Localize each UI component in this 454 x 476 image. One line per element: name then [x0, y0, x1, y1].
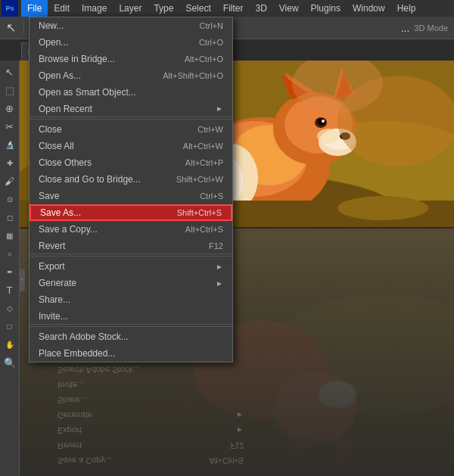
tool-lasso[interactable]: ⊕	[2, 100, 18, 117]
menu-revert-shortcut: F12	[209, 241, 223, 250]
menu-open[interactable]: Open... Ctrl+O	[30, 34, 232, 51]
menu-export-label: Export	[39, 261, 65, 272]
tool-pen[interactable]: ✒	[2, 263, 18, 280]
menu-filter[interactable]: Filter	[217, 0, 250, 17]
menu-generate-label: Generate	[39, 278, 76, 288]
tool-heal[interactable]: ✚	[2, 154, 18, 171]
tool-path[interactable]: ◇	[2, 300, 18, 316]
tool-move[interactable]: ↖	[2, 64, 18, 80]
tool-eyedropper[interactable]: 🔬	[2, 136, 18, 153]
menu-new[interactable]: New... Ctrl+N	[30, 17, 232, 34]
menu-share[interactable]: Share...	[30, 291, 232, 308]
menu-help[interactable]: Help	[391, 0, 422, 17]
toolbar-3d-mode: 3D Mode	[414, 23, 448, 33]
menu-close[interactable]: Close Ctrl+W	[30, 121, 232, 138]
menu-layer[interactable]: Layer	[113, 0, 148, 17]
menu-open-as[interactable]: Open As... Alt+Shift+Ctrl+O	[30, 67, 232, 84]
menu-open-recent-arrow: ►	[216, 104, 223, 113]
menu-window[interactable]: Window	[347, 0, 391, 17]
menu-open-label: Open...	[39, 37, 68, 48]
menu-open-shortcut: Ctrl+O	[199, 38, 223, 47]
menu-save-as-label: Save As...	[40, 207, 81, 218]
menu-export[interactable]: Export ►	[30, 258, 232, 275]
menu-browse-bridge-shortcut: Alt+Ctrl+O	[185, 54, 223, 64]
tool-hand[interactable]: ✋	[2, 336, 18, 353]
menu-browse-bridge-label: Browse in Bridge...	[39, 54, 115, 64]
menu-close-bridge-label: Close and Go to Bridge...	[39, 174, 141, 185]
menu-close-others-shortcut: Alt+Ctrl+P	[185, 158, 223, 167]
tool-gradient[interactable]: ▦	[2, 227, 18, 244]
menu-close-all-shortcut: Alt+Ctrl+W	[183, 142, 223, 151]
menu-save[interactable]: Save Ctrl+S	[30, 188, 232, 204]
menu-save-as[interactable]: Save As... Shift+Ctrl+S	[30, 204, 232, 221]
menu-plugins[interactable]: Plugins	[305, 0, 347, 17]
menu-save-copy-label: Save a Copy...	[39, 224, 98, 235]
menu-close-others-label: Close Others	[39, 157, 92, 168]
panel-collapse-handle[interactable]: ‹	[19, 269, 25, 291]
menu-share-label: Share...	[39, 294, 70, 305]
menu-generate[interactable]: Generate ►	[30, 275, 232, 291]
menu-new-label: New...	[39, 20, 64, 31]
menu-save-copy[interactable]: Save a Copy... Alt+Ctrl+S	[30, 221, 232, 238]
menu-save-label: Save	[39, 191, 59, 201]
tool-text[interactable]: T	[2, 282, 18, 298]
menu-revert[interactable]: Revert F12	[30, 238, 232, 254]
svg-point-22	[317, 129, 340, 144]
menu-3d[interactable]: 3D	[249, 0, 272, 17]
separator-3	[30, 326, 232, 327]
toolbar-icon-1[interactable]: ↖	[6, 20, 16, 35]
menu-edit[interactable]: Edit	[48, 0, 76, 17]
ps-logo: Ps	[2, 0, 18, 17]
file-dropdown-menu: New... Ctrl+N Open... Ctrl+O Browse in B…	[29, 17, 233, 362]
separator-2	[30, 256, 232, 257]
svg-point-20	[317, 118, 326, 126]
menu-close-all[interactable]: Close All Alt+Ctrl+W	[30, 138, 232, 154]
menu-save-shortcut: Ctrl+S	[200, 191, 223, 201]
svg-point-36	[319, 381, 356, 408]
toolbar-right: ... 3D Mode	[401, 22, 448, 34]
menu-place-embedded-label: Place Embedded...	[39, 348, 115, 359]
menu-close-all-label: Close All	[39, 141, 74, 151]
menu-adobe-stock[interactable]: Search Adobe Stock...	[30, 328, 232, 345]
tool-dodge[interactable]: ○	[2, 245, 18, 262]
menu-place-embedded[interactable]: Place Embedded...	[30, 345, 232, 362]
menu-close-label: Close	[39, 124, 62, 135]
menu-browse-bridge[interactable]: Browse in Bridge... Alt+Ctrl+O	[30, 51, 232, 67]
menu-invite-label: Invite...	[39, 311, 68, 322]
menu-file[interactable]: File	[21, 0, 48, 17]
menu-close-shortcut: Ctrl+W	[197, 125, 223, 134]
separator-1	[30, 119, 232, 120]
toolbar-separator-1	[23, 21, 24, 35]
tool-stamp[interactable]: ⊙	[2, 191, 18, 207]
menu-adobe-stock-label: Search Adobe Stock...	[39, 331, 129, 342]
tool-zoom[interactable]: 🔍	[2, 354, 18, 371]
menu-save-as-shortcut: Shift+Ctrl+S	[177, 208, 222, 217]
tools-panel: ↖ ⬚ ⊕ ✂ 🔬 ✚ 🖌 ⊙ ◻ ▦ ○ ✒ T ◇ □ ✋ 🔍 ‹	[0, 61, 20, 476]
tool-eraser[interactable]: ◻	[2, 209, 18, 226]
menu-view[interactable]: View	[273, 0, 305, 17]
menu-export-arrow: ►	[216, 263, 223, 271]
menu-new-shortcut: Ctrl+N	[200, 21, 223, 30]
tool-crop[interactable]: ✂	[2, 118, 18, 135]
menu-generate-arrow: ►	[216, 279, 223, 288]
svg-point-27	[337, 196, 428, 220]
menu-close-others[interactable]: Close Others Alt+Ctrl+P	[30, 154, 232, 171]
tool-select-rect[interactable]: ⬚	[2, 82, 18, 98]
menu-save-copy-shortcut: Alt+Ctrl+S	[185, 225, 223, 234]
menu-revert-label: Revert	[39, 241, 65, 251]
menu-smart-object[interactable]: Open as Smart Object...	[30, 84, 232, 101]
menu-type[interactable]: Type	[148, 0, 179, 17]
menu-bar: Ps File Edit Image Layer Type Select Fil…	[0, 0, 454, 17]
menu-open-as-shortcut: Alt+Shift+Ctrl+O	[163, 71, 223, 80]
tool-brush[interactable]: 🖌	[2, 173, 18, 189]
menu-select[interactable]: Select	[179, 0, 216, 17]
menu-open-as-label: Open As...	[39, 70, 81, 81]
svg-point-21	[322, 120, 325, 123]
menu-image[interactable]: Image	[76, 0, 113, 17]
menu-invite[interactable]: Invite...	[30, 308, 232, 325]
menu-smart-object-label: Open as Smart Object...	[39, 87, 136, 98]
menu-open-recent[interactable]: Open Recent ►	[30, 101, 232, 117]
tool-shape[interactable]: □	[2, 318, 18, 334]
menu-close-bridge[interactable]: Close and Go to Bridge... Shift+Ctrl+W	[30, 171, 232, 188]
toolbar-more-options[interactable]: ...	[401, 22, 410, 34]
